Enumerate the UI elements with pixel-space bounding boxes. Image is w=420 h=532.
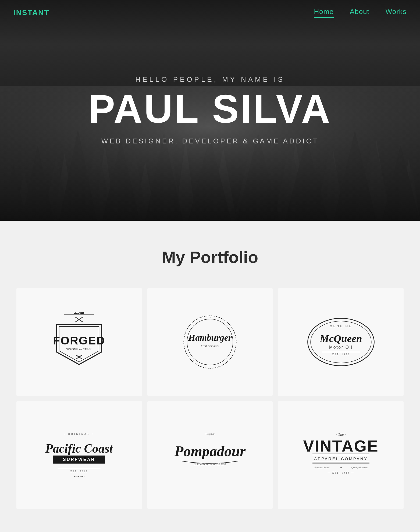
portfolio-section: My Portfolio since 1987 — [0, 221, 420, 532]
nav-home[interactable]: Home — [314, 8, 333, 18]
svg-text:EST. 1932: EST. 1932 — [332, 353, 350, 356]
svg-text:Original: Original — [205, 432, 215, 435]
svg-text:since 1987: since 1987 — [74, 312, 84, 315]
svg-text:EST. 2013: EST. 2013 — [70, 470, 88, 473]
hero-description: Web Designer, Developer & Game Addict — [101, 137, 319, 145]
svg-text:· The ·: · The · — [336, 432, 346, 436]
svg-text:★: ★ — [192, 359, 194, 361]
svg-text:Quality Garments: Quality Garments — [351, 466, 369, 469]
svg-text:~ ORIGINAL ~: ~ ORIGINAL ~ — [64, 432, 95, 435]
portfolio-item-pacific-coast[interactable]: ~ ORIGINAL ~ Pacific Coast SURFWEAR EST.… — [16, 401, 142, 509]
portfolio-item-forged[interactable]: since 1987 FORGED S — [16, 288, 142, 396]
svg-text:McQueen: McQueen — [319, 333, 362, 344]
portfolio-item-hamburger[interactable]: ★ ★ ★ ★ ★ ★ Stella Foods! ● ● ● ● ● Ham — [147, 288, 273, 396]
hero-name: PAUL SILVA — [88, 89, 332, 129]
portfolio-item-mcqueen[interactable]: GENUINE McQueen Motor Oil EST. 1932 — [278, 288, 404, 396]
navbar: INSTANT Home About Works — [0, 0, 420, 25]
portfolio-item-vintage[interactable]: · The · VINTAGE APPAREL COMPANY Premium … — [278, 401, 404, 509]
nav-about[interactable]: About — [350, 8, 369, 18]
svg-text:VINTAGE: VINTAGE — [303, 437, 379, 455]
portfolio-title: My Portfolio — [16, 248, 404, 267]
svg-text:— EST. 1949 —: — EST. 1949 — — [327, 471, 354, 474]
brand-logo[interactable]: INSTANT — [13, 8, 49, 17]
svg-text:★: ★ — [226, 359, 228, 361]
svg-text:Pacific Coast: Pacific Coast — [45, 442, 113, 455]
svg-text:APPAREL COMPANY: APPAREL COMPANY — [314, 456, 368, 461]
svg-text:Hamburger: Hamburger — [188, 333, 232, 343]
hero-subtitle: Hello People, My Name Is — [135, 75, 285, 84]
portfolio-grid: since 1987 FORGED S — [16, 288, 404, 509]
svg-text:GENUINE: GENUINE — [330, 325, 352, 328]
svg-text:SURFWEAR: SURFWEAR — [63, 457, 95, 462]
svg-text:SLICKED BACK SINCE 1950: SLICKED BACK SINCE 1950 — [194, 463, 226, 466]
svg-text:Pompadour: Pompadour — [174, 443, 246, 459]
svg-text:★: ★ — [226, 324, 228, 326]
svg-text:Premium Brand: Premium Brand — [314, 466, 330, 469]
svg-text:★: ★ — [209, 316, 211, 318]
svg-text:Motor Oil: Motor Oil — [329, 345, 353, 350]
svg-text:FORGED: FORGED — [53, 334, 105, 347]
svg-point-42 — [78, 356, 80, 358]
portfolio-item-pompadour[interactable]: Original Pompadour SLICKED BACK SINCE 19… — [147, 401, 273, 509]
svg-text:★: ★ — [209, 367, 211, 369]
nav-links: Home About Works — [314, 8, 407, 18]
hero-section: INSTANT Home About Works Hello People, M… — [0, 0, 420, 221]
nav-works[interactable]: Works — [386, 8, 407, 18]
svg-text:★: ★ — [192, 324, 194, 326]
svg-text:STRONG as STEEL: STRONG as STEEL — [66, 347, 92, 351]
svg-text:★: ★ — [339, 465, 342, 469]
svg-text:〜〜〜: 〜〜〜 — [73, 475, 85, 479]
svg-text:Fast Service!: Fast Service! — [201, 344, 219, 348]
